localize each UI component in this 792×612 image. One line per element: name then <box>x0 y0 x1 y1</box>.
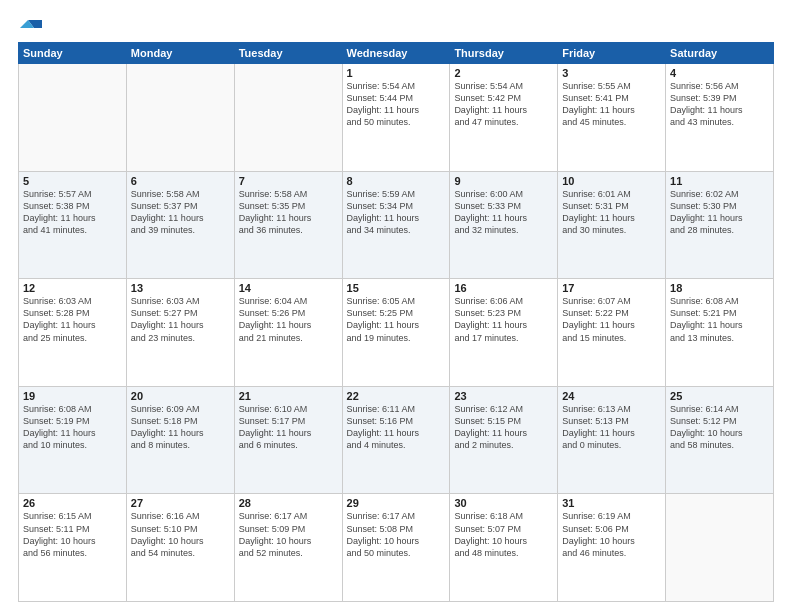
day-number: 3 <box>562 67 661 79</box>
day-number: 6 <box>131 175 230 187</box>
day-info: Sunrise: 6:10 AM Sunset: 5:17 PM Dayligh… <box>239 403 338 452</box>
calendar-week-row: 1Sunrise: 5:54 AM Sunset: 5:44 PM Daylig… <box>19 64 774 172</box>
table-row: 31Sunrise: 6:19 AM Sunset: 5:06 PM Dayli… <box>558 494 666 602</box>
table-row: 16Sunrise: 6:06 AM Sunset: 5:23 PM Dayli… <box>450 279 558 387</box>
table-row: 17Sunrise: 6:07 AM Sunset: 5:22 PM Dayli… <box>558 279 666 387</box>
day-info: Sunrise: 6:11 AM Sunset: 5:16 PM Dayligh… <box>347 403 446 452</box>
day-number: 10 <box>562 175 661 187</box>
table-row: 6Sunrise: 5:58 AM Sunset: 5:37 PM Daylig… <box>126 171 234 279</box>
day-info: Sunrise: 6:05 AM Sunset: 5:25 PM Dayligh… <box>347 295 446 344</box>
col-thursday: Thursday <box>450 43 558 64</box>
day-number: 23 <box>454 390 553 402</box>
day-number: 25 <box>670 390 769 402</box>
page: Sunday Monday Tuesday Wednesday Thursday… <box>0 0 792 612</box>
day-number: 30 <box>454 497 553 509</box>
day-info: Sunrise: 6:02 AM Sunset: 5:30 PM Dayligh… <box>670 188 769 237</box>
calendar-week-row: 12Sunrise: 6:03 AM Sunset: 5:28 PM Dayli… <box>19 279 774 387</box>
table-row: 15Sunrise: 6:05 AM Sunset: 5:25 PM Dayli… <box>342 279 450 387</box>
day-info: Sunrise: 6:19 AM Sunset: 5:06 PM Dayligh… <box>562 510 661 559</box>
day-number: 14 <box>239 282 338 294</box>
day-info: Sunrise: 5:59 AM Sunset: 5:34 PM Dayligh… <box>347 188 446 237</box>
day-number: 29 <box>347 497 446 509</box>
table-row: 7Sunrise: 5:58 AM Sunset: 5:35 PM Daylig… <box>234 171 342 279</box>
calendar-week-row: 5Sunrise: 5:57 AM Sunset: 5:38 PM Daylig… <box>19 171 774 279</box>
calendar-table: Sunday Monday Tuesday Wednesday Thursday… <box>18 42 774 602</box>
table-row: 14Sunrise: 6:04 AM Sunset: 5:26 PM Dayli… <box>234 279 342 387</box>
table-row: 30Sunrise: 6:18 AM Sunset: 5:07 PM Dayli… <box>450 494 558 602</box>
day-info: Sunrise: 6:14 AM Sunset: 5:12 PM Dayligh… <box>670 403 769 452</box>
table-row <box>234 64 342 172</box>
table-row: 26Sunrise: 6:15 AM Sunset: 5:11 PM Dayli… <box>19 494 127 602</box>
col-tuesday: Tuesday <box>234 43 342 64</box>
day-number: 24 <box>562 390 661 402</box>
day-number: 27 <box>131 497 230 509</box>
day-number: 16 <box>454 282 553 294</box>
day-info: Sunrise: 6:17 AM Sunset: 5:09 PM Dayligh… <box>239 510 338 559</box>
table-row: 3Sunrise: 5:55 AM Sunset: 5:41 PM Daylig… <box>558 64 666 172</box>
table-row: 2Sunrise: 5:54 AM Sunset: 5:42 PM Daylig… <box>450 64 558 172</box>
table-row: 21Sunrise: 6:10 AM Sunset: 5:17 PM Dayli… <box>234 386 342 494</box>
table-row: 5Sunrise: 5:57 AM Sunset: 5:38 PM Daylig… <box>19 171 127 279</box>
table-row: 11Sunrise: 6:02 AM Sunset: 5:30 PM Dayli… <box>666 171 774 279</box>
table-row: 27Sunrise: 6:16 AM Sunset: 5:10 PM Dayli… <box>126 494 234 602</box>
day-number: 18 <box>670 282 769 294</box>
table-row: 9Sunrise: 6:00 AM Sunset: 5:33 PM Daylig… <box>450 171 558 279</box>
day-info: Sunrise: 5:58 AM Sunset: 5:37 PM Dayligh… <box>131 188 230 237</box>
day-info: Sunrise: 6:06 AM Sunset: 5:23 PM Dayligh… <box>454 295 553 344</box>
day-info: Sunrise: 5:54 AM Sunset: 5:44 PM Dayligh… <box>347 80 446 129</box>
day-number: 20 <box>131 390 230 402</box>
table-row: 13Sunrise: 6:03 AM Sunset: 5:27 PM Dayli… <box>126 279 234 387</box>
day-info: Sunrise: 5:57 AM Sunset: 5:38 PM Dayligh… <box>23 188 122 237</box>
day-number: 21 <box>239 390 338 402</box>
table-row: 20Sunrise: 6:09 AM Sunset: 5:18 PM Dayli… <box>126 386 234 494</box>
table-row: 12Sunrise: 6:03 AM Sunset: 5:28 PM Dayli… <box>19 279 127 387</box>
day-info: Sunrise: 5:55 AM Sunset: 5:41 PM Dayligh… <box>562 80 661 129</box>
day-number: 17 <box>562 282 661 294</box>
table-row: 23Sunrise: 6:12 AM Sunset: 5:15 PM Dayli… <box>450 386 558 494</box>
col-wednesday: Wednesday <box>342 43 450 64</box>
day-number: 19 <box>23 390 122 402</box>
day-number: 31 <box>562 497 661 509</box>
col-monday: Monday <box>126 43 234 64</box>
table-row: 29Sunrise: 6:17 AM Sunset: 5:08 PM Dayli… <box>342 494 450 602</box>
logo <box>18 18 42 36</box>
day-info: Sunrise: 6:07 AM Sunset: 5:22 PM Dayligh… <box>562 295 661 344</box>
table-row: 28Sunrise: 6:17 AM Sunset: 5:09 PM Dayli… <box>234 494 342 602</box>
table-row: 25Sunrise: 6:14 AM Sunset: 5:12 PM Dayli… <box>666 386 774 494</box>
day-info: Sunrise: 6:09 AM Sunset: 5:18 PM Dayligh… <box>131 403 230 452</box>
day-info: Sunrise: 6:16 AM Sunset: 5:10 PM Dayligh… <box>131 510 230 559</box>
day-number: 2 <box>454 67 553 79</box>
day-number: 8 <box>347 175 446 187</box>
table-row: 22Sunrise: 6:11 AM Sunset: 5:16 PM Dayli… <box>342 386 450 494</box>
day-info: Sunrise: 5:58 AM Sunset: 5:35 PM Dayligh… <box>239 188 338 237</box>
day-info: Sunrise: 6:18 AM Sunset: 5:07 PM Dayligh… <box>454 510 553 559</box>
day-number: 11 <box>670 175 769 187</box>
col-friday: Friday <box>558 43 666 64</box>
table-row: 4Sunrise: 5:56 AM Sunset: 5:39 PM Daylig… <box>666 64 774 172</box>
logo-icon <box>20 18 42 36</box>
calendar-week-row: 26Sunrise: 6:15 AM Sunset: 5:11 PM Dayli… <box>19 494 774 602</box>
table-row: 18Sunrise: 6:08 AM Sunset: 5:21 PM Dayli… <box>666 279 774 387</box>
day-info: Sunrise: 6:04 AM Sunset: 5:26 PM Dayligh… <box>239 295 338 344</box>
col-saturday: Saturday <box>666 43 774 64</box>
day-number: 22 <box>347 390 446 402</box>
col-sunday: Sunday <box>19 43 127 64</box>
calendar-week-row: 19Sunrise: 6:08 AM Sunset: 5:19 PM Dayli… <box>19 386 774 494</box>
table-row: 1Sunrise: 5:54 AM Sunset: 5:44 PM Daylig… <box>342 64 450 172</box>
day-number: 15 <box>347 282 446 294</box>
day-info: Sunrise: 6:03 AM Sunset: 5:27 PM Dayligh… <box>131 295 230 344</box>
day-info: Sunrise: 6:03 AM Sunset: 5:28 PM Dayligh… <box>23 295 122 344</box>
table-row: 19Sunrise: 6:08 AM Sunset: 5:19 PM Dayli… <box>19 386 127 494</box>
day-info: Sunrise: 5:54 AM Sunset: 5:42 PM Dayligh… <box>454 80 553 129</box>
day-number: 26 <box>23 497 122 509</box>
table-row <box>666 494 774 602</box>
day-info: Sunrise: 6:12 AM Sunset: 5:15 PM Dayligh… <box>454 403 553 452</box>
table-row: 24Sunrise: 6:13 AM Sunset: 5:13 PM Dayli… <box>558 386 666 494</box>
day-info: Sunrise: 6:01 AM Sunset: 5:31 PM Dayligh… <box>562 188 661 237</box>
day-info: Sunrise: 6:08 AM Sunset: 5:19 PM Dayligh… <box>23 403 122 452</box>
day-info: Sunrise: 6:17 AM Sunset: 5:08 PM Dayligh… <box>347 510 446 559</box>
table-row <box>126 64 234 172</box>
day-info: Sunrise: 6:15 AM Sunset: 5:11 PM Dayligh… <box>23 510 122 559</box>
day-number: 4 <box>670 67 769 79</box>
day-number: 1 <box>347 67 446 79</box>
